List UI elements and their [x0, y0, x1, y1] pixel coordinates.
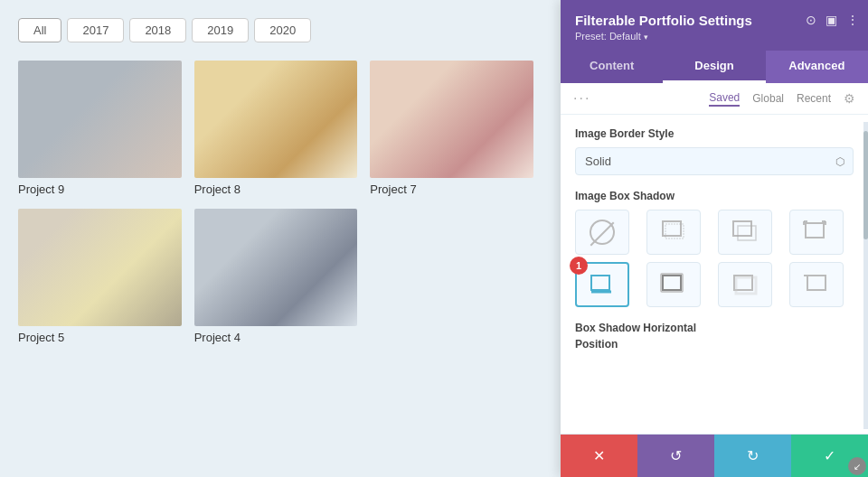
preview-icon[interactable]: ⊙ [806, 13, 816, 27]
shadow-br-small-icon [659, 220, 688, 245]
resize-handle[interactable]: ↙ [848, 457, 866, 475]
project-grid: Project 9 Project 8 Project 7 Project 5 … [18, 61, 533, 344]
svg-rect-11 [663, 276, 681, 290]
border-style-select[interactable]: Solid None Dashed Dotted Double [575, 147, 854, 175]
settings-panel: Filterable Portfolio Settings Preset: De… [561, 0, 868, 477]
panel-tabs: Content Design Advanced [561, 51, 868, 83]
horizontal-pos-label2: Position [575, 338, 854, 351]
shadow-option-full[interactable] [646, 262, 701, 307]
shadow-option-none[interactable] [575, 210, 629, 255]
sub-tab-global[interactable]: Global [752, 92, 784, 105]
border-style-select-wrap: Solid None Dashed Dotted Double ⬡ [575, 147, 854, 175]
selection-badge: 1 [570, 257, 588, 275]
undo-button[interactable]: ↺ [637, 435, 714, 477]
project-thumbnail[interactable] [18, 209, 182, 326]
sub-tab-saved[interactable]: Saved [709, 91, 740, 107]
list-item: Project 7 [370, 61, 533, 196]
tab-advanced[interactable]: Advanced [766, 51, 868, 83]
shadow-option-br-lg[interactable] [718, 210, 772, 255]
project-label: Project 4 [194, 331, 358, 344]
project-thumbnail[interactable] [370, 61, 533, 178]
filter-2020[interactable]: 2020 [254, 18, 311, 42]
panel-header-icons: ⊙ ▣ ⋮ [806, 13, 859, 27]
svg-rect-15 [807, 276, 826, 290]
project-label: Project 8 [194, 182, 358, 196]
panel-preset[interactable]: Preset: Default ▾ [575, 31, 854, 42]
project-thumbnail[interactable] [194, 209, 358, 326]
layout-icon[interactable]: ▣ [826, 13, 837, 27]
filter-2019[interactable]: 2019 [192, 18, 249, 42]
gear-icon[interactable]: ⚙ [844, 91, 855, 106]
redo-button[interactable]: ↻ [714, 435, 791, 477]
tab-content[interactable]: Content [561, 51, 663, 83]
svg-rect-4 [806, 223, 824, 238]
shadow-option-selected[interactable]: 1 [575, 262, 629, 307]
scroll-thumb [863, 131, 868, 239]
panel-header: Filterable Portfolio Settings Preset: De… [561, 0, 868, 51]
sub-tab-recent[interactable]: Recent [797, 92, 831, 105]
no-shadow-icon [590, 220, 615, 245]
list-item: Project 8 [194, 61, 358, 196]
panel-sub-toolbar: ··· Saved Global Recent ⚙ [561, 83, 868, 115]
filter-2018[interactable]: 2018 [129, 18, 186, 42]
image-border-style-label: Image Border Style [575, 127, 854, 140]
more-icon[interactable]: ⋮ [846, 13, 859, 27]
project-thumbnail[interactable] [194, 61, 358, 178]
project-label: Project 5 [18, 331, 182, 344]
shadow-tl-icon [802, 272, 831, 297]
shadow-option-tl[interactable] [789, 262, 844, 307]
filter-2017[interactable]: 2017 [67, 18, 124, 42]
filter-bar: All 2017 2018 2019 2020 [18, 18, 533, 42]
portfolio-area: All 2017 2018 2019 2020 Project 9 Projec… [0, 0, 552, 477]
shadow-large-icon [731, 272, 760, 297]
svg-rect-3 [738, 226, 756, 240]
shadow-option-br-sm[interactable] [646, 210, 701, 255]
chevron-down-icon: ▾ [644, 33, 648, 42]
list-item: Project 9 [18, 61, 182, 196]
shadow-corners-icon [802, 220, 831, 245]
more-dots-icon[interactable]: ··· [573, 90, 590, 107]
shadow-selected-icon [588, 272, 617, 297]
horizontal-pos-label: Box Shadow Horizontal [575, 322, 854, 334]
image-box-shadow-label: Image Box Shadow [575, 190, 854, 202]
cancel-button[interactable]: ✕ [561, 435, 637, 477]
shadow-option-large[interactable] [718, 262, 772, 307]
sub-tabs: Saved Global Recent ⚙ [601, 91, 855, 107]
svg-rect-9 [591, 276, 609, 290]
tab-design[interactable]: Design [663, 51, 765, 83]
panel-footer: ✕ ↺ ↻ ✓ [561, 434, 868, 477]
project-thumbnail[interactable] [18, 61, 182, 178]
list-item: Project 4 [194, 209, 358, 344]
scroll-bar[interactable] [863, 122, 868, 429]
project-label: Project 7 [370, 182, 533, 196]
shadow-full-icon [659, 272, 688, 297]
list-item: Project 5 [18, 209, 182, 344]
project-label: Project 9 [18, 182, 182, 196]
shadow-options-grid: 1 [575, 210, 854, 307]
shadow-br-large-icon [731, 220, 760, 245]
shadow-option-corners[interactable] [789, 210, 844, 255]
panel-content: Image Border Style Solid None Dashed Dot… [561, 115, 868, 434]
filter-all[interactable]: All [18, 18, 61, 42]
svg-rect-2 [733, 221, 751, 236]
